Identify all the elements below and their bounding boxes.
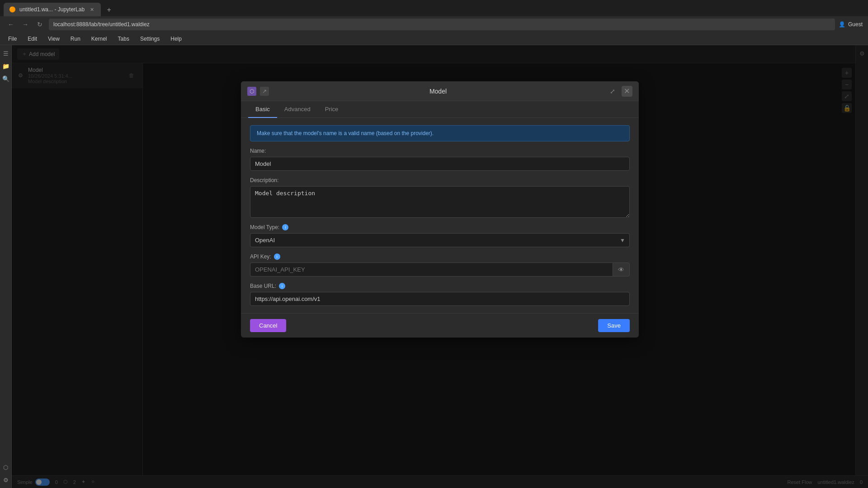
description-label: Description: [250,177,630,183]
tab-label: untitled1.wa... - JupyterLab [19,6,85,13]
model-type-info-icon: i [282,224,288,230]
tab-close-btn[interactable]: ✕ [88,6,95,13]
address-bar[interactable]: localhost:8888/lab/tree/untitled1.waldie… [49,19,835,30]
info-banner-text: Make sure that the model's name is a val… [257,130,434,136]
new-tab-button[interactable]: + [103,4,115,16]
api-key-input-group: 👁 [250,263,630,277]
back-button[interactable]: ← [5,19,16,30]
name-form-group: Name: [250,148,630,171]
info-banner: Make sure that the model's name is a val… [250,125,630,141]
reload-button[interactable]: ↻ [34,19,45,30]
modal-fullscreen-button[interactable]: ⤢ [607,86,618,97]
menu-view[interactable]: View [43,35,64,43]
description-form-group: Description: [250,177,630,218]
api-key-label: API Key: i [250,253,630,260]
api-key-form-group: API Key: i 👁 [250,253,630,277]
user-area: 👤 Guest [839,21,863,28]
api-key-info-icon: i [274,253,280,260]
menu-file[interactable]: File [4,35,21,43]
model-type-label: Model Type: i [250,224,630,230]
menu-run[interactable]: Run [66,35,85,43]
tab-price[interactable]: Price [318,101,346,118]
base-url-input[interactable] [250,292,630,306]
menu-tabs[interactable]: Tabs [113,35,134,43]
active-tab[interactable]: 🟠 untitled1.wa... - JupyterLab ✕ [4,3,101,16]
modal-body: Make sure that the model's name is a val… [241,118,639,313]
model-type-form-group: Model Type: i OpenAI Azure Anthropic Goo… [250,224,630,247]
description-input[interactable] [250,186,630,218]
modal-tabs: Basic Advanced Price [241,101,639,118]
forward-button[interactable]: → [20,19,31,30]
save-button[interactable]: Save [598,319,630,332]
user-label: Guest [848,21,863,28]
tab-favicon: 🟠 [9,6,16,13]
base-url-form-group: Base URL: i [250,283,630,306]
modal-header-right: ⤢ ✕ [607,86,632,97]
modal-model-icon: ⬡ [247,87,256,96]
model-type-select-wrapper: OpenAI Azure Anthropic Google Ollama ▼ [250,233,630,247]
menu-help[interactable]: Help [166,35,186,43]
main-canvas: ＋ Add model ⚙ Model 10/26/2024 5:31:4...… [12,45,868,488]
model-type-select[interactable]: OpenAI Azure Anthropic Google Ollama [250,233,630,247]
api-key-toggle-visibility-button[interactable]: 👁 [613,263,630,277]
modal-header: ⬡ ↗ Model ⤢ ✕ [241,81,639,101]
menu-bar: File Edit View Run Kernel Tabs Settings … [0,33,868,45]
icon-sidebar: ☰ 📁 🔍 ⬡ ⚙ [0,45,12,488]
menu-edit[interactable]: Edit [23,35,42,43]
modal-title: Model [429,88,447,95]
sidebar-search-icon[interactable]: 🔍 [1,74,10,83]
modal-close-button[interactable]: ✕ [622,86,632,97]
menu-kernel[interactable]: Kernel [87,35,112,43]
name-input[interactable] [250,157,630,171]
modal-footer: Cancel Save [241,313,639,338]
base-url-info-icon: i [279,283,285,289]
sidebar-settings-icon[interactable]: ⚙ [1,475,10,484]
modal-export-icon[interactable]: ↗ [260,87,269,96]
address-text: localhost:8888/lab/tree/untitled1.waldie… [53,21,150,28]
api-key-input[interactable] [250,263,613,277]
name-label: Name: [250,148,630,154]
sidebar-file-icon[interactable]: 📁 [1,61,10,70]
sidebar-git-icon[interactable]: ⬡ [1,463,10,472]
cancel-button[interactable]: Cancel [250,319,286,332]
menu-settings[interactable]: Settings [136,35,164,43]
app-layout: ☰ 📁 🔍 ⬡ ⚙ ✏ 🌐 IP ☰ ✦ 📋 Show logs ↺ Resta… [0,45,868,488]
base-url-label: Base URL: i [250,283,630,289]
modal-overlay: ⬡ ↗ Model ⤢ ✕ Basic Advanced Price [12,45,868,488]
tab-advanced[interactable]: Advanced [277,101,318,118]
user-icon: 👤 [839,21,845,28]
sidebar-toggle-icon[interactable]: ☰ [1,49,10,58]
model-modal: ⬡ ↗ Model ⤢ ✕ Basic Advanced Price [241,81,639,338]
modal-header-left: ⬡ ↗ [247,87,269,96]
tab-basic[interactable]: Basic [248,101,277,118]
